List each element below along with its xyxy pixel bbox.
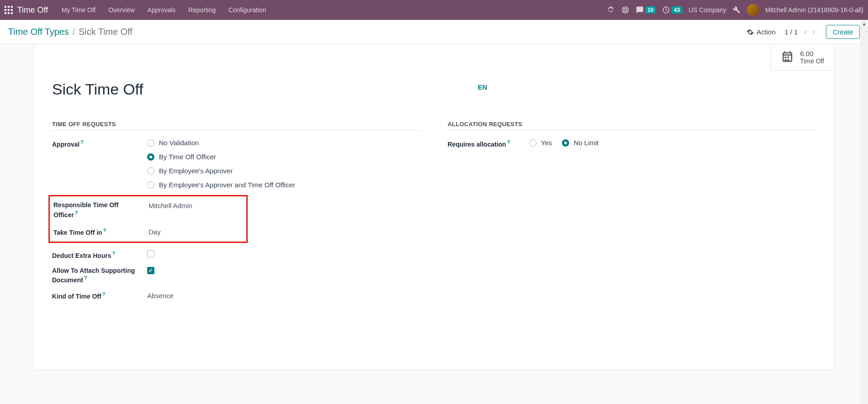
stat-value: 6.00	[800, 50, 824, 57]
radio-no-validation[interactable]: No Validation	[147, 139, 421, 147]
topbar-right: 10 43 US Company Mitchell Admin (2141890…	[607, 4, 863, 16]
breadcrumb: Time Off Types / Sick Time Off	[8, 27, 132, 37]
breadcrumb-root[interactable]: Time Off Types	[8, 27, 69, 37]
section-time-off-requests: TIME OFF REQUESTS	[52, 121, 421, 131]
topbar: Time Off My Time Off Overview Approvals …	[0, 0, 868, 20]
label-requires-allocation: Requires allocation?	[448, 139, 525, 149]
deduct-checkbox[interactable]	[147, 250, 154, 257]
action-label: Action	[757, 28, 776, 36]
user-menu[interactable]: Mitchell Admin (21418909-16-0-all)	[765, 6, 863, 14]
approval-radio-group: No Validation By Time Off Officer By Emp…	[147, 139, 421, 189]
tools-icon[interactable]	[733, 6, 741, 14]
svg-point-10	[624, 9, 627, 11]
scrollbar[interactable]: ▲	[860, 20, 868, 370]
radio-alloc-yes[interactable]: Yes	[529, 139, 552, 147]
help-icon[interactable]: ?	[507, 139, 510, 145]
label-responsible-officer: Responsible Time Off Officer?	[53, 201, 144, 219]
kind-of-time-off-field[interactable]: Absence	[147, 291, 421, 299]
pager-next[interactable]: ›	[810, 26, 817, 38]
label-allow-attach: Allow To Attach Supporting Document?	[52, 266, 143, 285]
svg-rect-3	[5, 9, 6, 11]
help-icon[interactable]: ?	[112, 251, 115, 256]
radio-by-officer[interactable]: By Time Off Officer	[147, 153, 421, 161]
radio-icon	[529, 139, 537, 147]
section-allocation-requests: ALLOCATION REQUESTS	[448, 121, 816, 131]
avatar[interactable]	[747, 4, 759, 16]
svg-line-14	[626, 11, 628, 12]
activities-badge: 43	[671, 6, 682, 14]
breadcrumb-sep: /	[72, 27, 75, 37]
take-time-off-in-field[interactable]: Day	[149, 227, 243, 236]
stat-label: Time Off	[800, 57, 824, 65]
radio-icon	[562, 139, 569, 147]
radio-icon	[147, 153, 154, 161]
page-title[interactable]: Sick Time Off	[52, 81, 460, 98]
calendar-icon	[781, 50, 794, 64]
allocation-radio-group: Yes No Limit	[529, 139, 816, 147]
svg-line-11	[623, 8, 624, 9]
action-dropdown[interactable]: Action	[747, 28, 776, 36]
messages-icon[interactable]: 10	[636, 6, 656, 14]
svg-rect-7	[8, 12, 10, 14]
nav-approvals[interactable]: Approvals	[141, 0, 182, 20]
help-icon[interactable]: ?	[75, 210, 78, 215]
nav-configuration[interactable]: Configuration	[222, 0, 273, 20]
svg-line-12	[626, 8, 628, 9]
radio-by-approver[interactable]: By Employee's Approver	[147, 167, 421, 175]
highlight-box: Responsible Time Off Officer? Mitchell A…	[48, 195, 248, 243]
svg-rect-4	[8, 9, 10, 11]
svg-rect-6	[5, 12, 6, 14]
pager: 1 / 1 ‹ ›	[785, 26, 817, 38]
responsible-officer-field[interactable]: Mitchell Admin	[149, 201, 243, 209]
label-take-time-off-in: Take Time Off in?	[53, 227, 144, 237]
nav-my-time-off[interactable]: My Time Off	[55, 0, 102, 20]
svg-rect-2	[11, 6, 13, 8]
label-kind-of-time-off: Kind of Time Off?	[52, 291, 143, 301]
radio-icon	[147, 167, 154, 175]
module-brand[interactable]: Time Off	[17, 5, 48, 15]
stat-time-off[interactable]: 6.00 Time Off	[771, 44, 834, 71]
svg-line-13	[623, 11, 624, 12]
pager-prev[interactable]: ‹	[802, 26, 809, 38]
radio-alloc-no-limit[interactable]: No Limit	[562, 139, 599, 147]
support-icon[interactable]	[621, 6, 629, 14]
messages-badge: 10	[645, 6, 656, 14]
nav-overview[interactable]: Overview	[102, 0, 141, 20]
svg-rect-8	[11, 12, 13, 14]
svg-rect-1	[8, 6, 10, 8]
help-icon[interactable]: ?	[81, 139, 84, 145]
help-icon[interactable]: ?	[84, 275, 87, 280]
attach-checkbox[interactable]	[147, 267, 154, 274]
radio-icon	[147, 181, 154, 189]
debug-icon[interactable]	[607, 6, 615, 14]
company-switcher[interactable]: US Company	[689, 6, 726, 14]
help-icon[interactable]: ?	[103, 228, 106, 233]
label-approval: Approval?	[52, 139, 143, 149]
form-sheet: 6.00 Time Off Sick Time Off EN TIME OFF …	[34, 44, 834, 370]
svg-rect-5	[11, 9, 13, 11]
nav-menu: My Time Off Overview Approvals Reporting…	[55, 0, 273, 20]
create-button[interactable]: Create	[826, 25, 860, 39]
activities-icon[interactable]: 43	[662, 6, 682, 14]
help-icon[interactable]: ?	[102, 291, 106, 297]
nav-reporting[interactable]: Reporting	[182, 0, 222, 20]
label-deduct-extra-hours: Deduct Extra Hours?	[52, 250, 143, 260]
lang-badge[interactable]: EN	[478, 83, 487, 91]
svg-rect-0	[5, 6, 6, 8]
radio-icon	[147, 139, 154, 147]
gear-icon	[747, 29, 754, 36]
apps-icon[interactable]	[5, 6, 13, 14]
pager-text[interactable]: 1 / 1	[785, 28, 798, 36]
radio-by-both[interactable]: By Employee's Approver and Time Off Offi…	[147, 181, 421, 189]
scroll-up-icon[interactable]: ▲	[860, 20, 868, 28]
control-bar: Time Off Types / Sick Time Off Action 1 …	[0, 20, 868, 44]
breadcrumb-current: Sick Time Off	[79, 27, 133, 37]
